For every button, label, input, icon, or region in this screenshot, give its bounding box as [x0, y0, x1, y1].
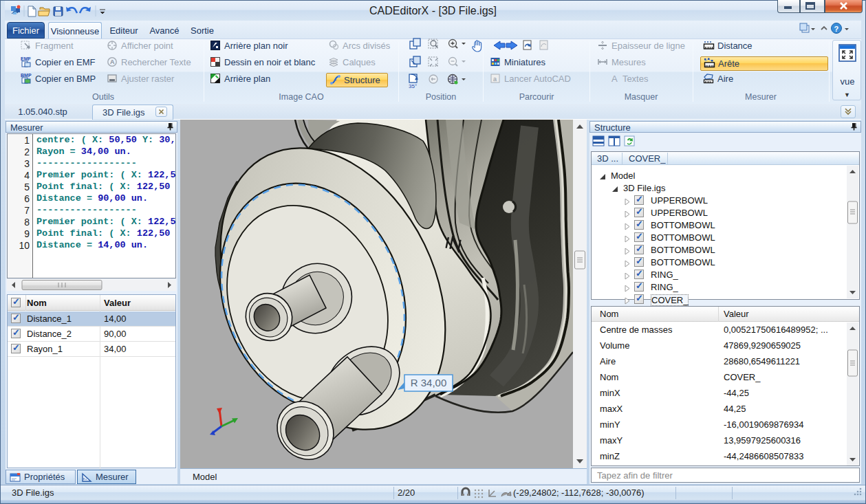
svg-text:BMP: BMP	[21, 73, 32, 78]
svg-text:35°: 35°	[409, 83, 417, 89]
svg-text:?: ?	[834, 25, 839, 33]
svg-text:A: A	[110, 58, 115, 65]
svg-text:R 34,00: R 34,00	[411, 377, 447, 388]
svg-text:a: a	[493, 76, 497, 83]
svg-text:EMF: EMF	[21, 56, 32, 61]
